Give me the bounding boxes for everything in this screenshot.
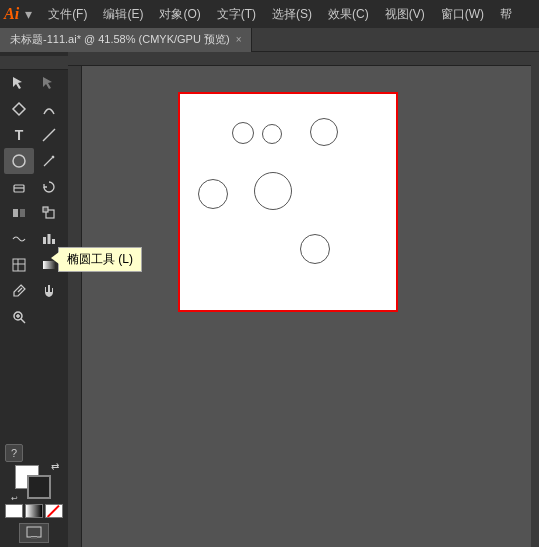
toolbar-ruler	[0, 56, 68, 70]
color-section: ? ⇄ ↩	[0, 440, 68, 547]
hand-tool[interactable]	[34, 278, 64, 304]
anchor-tool[interactable]	[34, 96, 64, 122]
circle-6	[300, 234, 330, 264]
tool-row-pen	[0, 96, 68, 122]
tool-row-selection	[0, 70, 68, 96]
ruler-horizontal	[68, 52, 531, 66]
menu-bar: 文件(F) 编辑(E) 对象(O) 文字(T) 选择(S) 效果(C) 视图(V…	[40, 2, 520, 27]
main-area: T ➤	[0, 52, 539, 547]
app-arrow: ▾	[25, 6, 32, 22]
color-top-row: ?	[5, 444, 63, 462]
svg-point-1	[13, 155, 25, 167]
scale-tool[interactable]	[34, 200, 64, 226]
artboard	[178, 92, 398, 312]
svg-line-18	[21, 319, 25, 323]
question-button[interactable]: ?	[5, 444, 23, 462]
menu-help[interactable]: 帮	[492, 2, 520, 27]
circle-1	[232, 122, 254, 144]
tool-row-eyedropper	[0, 278, 68, 304]
svg-line-0	[43, 129, 55, 141]
canvas-area[interactable]	[68, 52, 539, 547]
svg-rect-23	[31, 537, 37, 539]
rotate-tool[interactable]	[34, 174, 64, 200]
pen-tool[interactable]	[4, 96, 34, 122]
type-tool[interactable]: T	[4, 122, 34, 148]
zoom-tool[interactable]	[4, 304, 34, 330]
svg-rect-15	[43, 261, 55, 269]
gradient-tool[interactable]	[34, 252, 64, 278]
svg-rect-9	[43, 237, 46, 244]
tab-bar: 未标题-111.ai* @ 41.58% (CMYK/GPU 预览) ×	[0, 28, 539, 52]
line-tool[interactable]	[34, 122, 64, 148]
column-graph-tool[interactable]	[34, 226, 64, 252]
scrollbar-vertical[interactable]	[531, 52, 539, 547]
ellipse-tool[interactable]: ➤	[4, 148, 34, 174]
document-tab[interactable]: 未标题-111.ai* @ 41.58% (CMYK/GPU 预览) ×	[0, 28, 252, 52]
menu-window[interactable]: 窗口(W)	[433, 2, 492, 27]
menu-file[interactable]: 文件(F)	[40, 2, 95, 27]
tool-row-type: T	[0, 122, 68, 148]
tool-row-mirror	[0, 200, 68, 226]
swap-colors-icon[interactable]: ⇄	[51, 461, 59, 472]
toolbar: T ➤	[0, 52, 68, 547]
menu-object[interactable]: 对象(O)	[151, 2, 208, 27]
selection-tool[interactable]	[4, 70, 34, 96]
screen-mode-button[interactable]	[19, 523, 49, 543]
menu-text[interactable]: 文字(T)	[209, 2, 264, 27]
svg-rect-10	[48, 234, 51, 244]
no-fill-mode[interactable]	[45, 504, 63, 518]
svg-rect-12	[13, 259, 25, 271]
menu-view[interactable]: 视图(V)	[377, 2, 433, 27]
stroke-color-box[interactable]	[27, 475, 51, 499]
fill-stroke-selector: ⇄ ↩	[15, 465, 53, 501]
tool-row-gradient	[0, 252, 68, 278]
mesh-tool[interactable]	[4, 252, 34, 278]
svg-rect-21	[27, 527, 41, 537]
tool-row-blend	[0, 226, 68, 252]
menu-effect[interactable]: 效果(C)	[320, 2, 377, 27]
reflect-tool[interactable]	[4, 200, 34, 226]
color-mode-row	[5, 504, 63, 518]
menu-edit[interactable]: 编辑(E)	[95, 2, 151, 27]
circle-2	[262, 124, 282, 144]
tool-row-zoom	[0, 304, 68, 330]
circle-4	[198, 179, 228, 209]
placeholder-tool	[34, 304, 64, 330]
svg-rect-6	[20, 209, 25, 217]
solid-color-mode[interactable]	[5, 504, 23, 518]
tool-row-shape: ➤	[0, 148, 68, 174]
reset-colors-icon[interactable]: ↩	[11, 494, 18, 503]
svg-line-16	[18, 288, 22, 292]
circle-3	[310, 118, 338, 146]
eraser-tool[interactable]	[4, 174, 34, 200]
svg-rect-8	[43, 207, 48, 212]
tab-close-button[interactable]: ×	[236, 34, 242, 45]
pencil-tool[interactable]	[34, 148, 64, 174]
app-logo: Ai	[4, 5, 19, 23]
ruler-vertical	[68, 66, 82, 547]
direct-selection-tool[interactable]	[34, 70, 64, 96]
svg-rect-5	[13, 209, 18, 217]
top-bar: Ai ▾ 文件(F) 编辑(E) 对象(O) 文字(T) 选择(S) 效果(C)…	[0, 0, 539, 28]
circle-5	[254, 172, 292, 210]
gradient-mode[interactable]	[25, 504, 43, 518]
tool-row-eraser	[0, 174, 68, 200]
eyedropper-tool[interactable]	[4, 278, 34, 304]
menu-select[interactable]: 选择(S)	[264, 2, 320, 27]
warp-tool[interactable]	[4, 226, 34, 252]
svg-rect-11	[52, 239, 55, 244]
tab-label: 未标题-111.ai* @ 41.58% (CMYK/GPU 预览)	[10, 32, 230, 47]
